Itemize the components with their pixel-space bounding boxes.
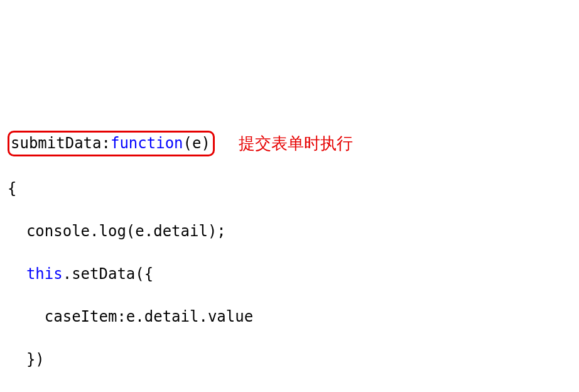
highlight-box-1: submitData:function(e): [8, 131, 215, 156]
token-paren: (e): [183, 134, 210, 152]
token-text: console.log(e.detail);: [8, 222, 226, 240]
token-text: .setData({: [63, 265, 154, 283]
annotation-1: 提交表单时执行: [239, 132, 353, 155]
token-identifier: submitData:: [11, 134, 111, 152]
code-block: submitData:function(e)提交表单时执行 { console.…: [5, 88, 579, 392]
token-text: caseItem:e.detail.value: [8, 308, 253, 325]
token-brace: {: [8, 180, 16, 197]
code-line: caseItem:e.detail.value: [5, 306, 579, 327]
code-line: {: [5, 178, 579, 199]
token-indent: [8, 265, 26, 283]
code-line: this.setData({: [5, 263, 579, 285]
token-keyword: function: [111, 134, 183, 152]
token-text: }): [8, 351, 45, 368]
code-line: }): [5, 349, 579, 370]
code-line: console.log(e.detail);: [5, 220, 579, 242]
code-line: submitData:function(e)提交表单时执行: [5, 131, 579, 156]
token-keyword: this: [26, 265, 63, 283]
